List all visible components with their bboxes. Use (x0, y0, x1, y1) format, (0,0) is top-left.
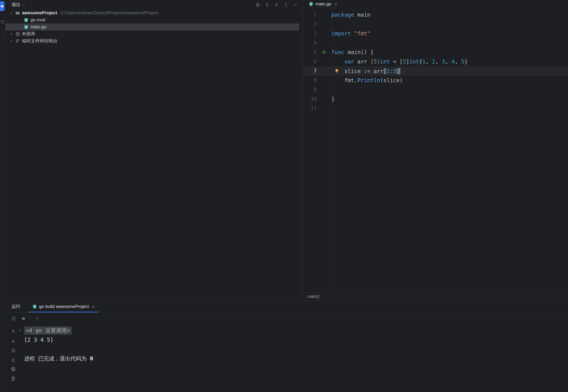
console-text[interactable]: <4 go 设置调用> (24, 326, 72, 335)
collapse-all-button[interactable] (273, 2, 279, 8)
more-tool-windows-icon[interactable] (0, 33, 5, 37)
breadcrumbs-bar: main() (303, 293, 568, 300)
line-number[interactable]: 2 (303, 21, 317, 27)
line-number[interactable]: 10 (303, 96, 317, 102)
library-icon (15, 32, 20, 37)
console-line-4: 进程 已完成，退出代码为 0 (24, 354, 93, 363)
run-console-area: <4 go 设置调用>[2 3 4 5]进程 已完成，退出代码为 0 (5, 324, 568, 392)
line-number[interactable]: 3 (303, 31, 317, 36)
tree-item-label: awesomeProject (22, 10, 57, 15)
folder-icon (15, 11, 20, 15)
go-file-icon (32, 304, 37, 309)
go-file-icon (24, 18, 28, 23)
code-text: var arr [5]int = [5]int{1, 2, 3, 4, 5} (331, 58, 468, 65)
tree-item-external-libraries[interactable]: 外部库 (5, 30, 299, 38)
console-text: [2 3 4 5] (24, 337, 53, 343)
code-text: } (331, 96, 335, 102)
chevron-right-icon[interactable] (10, 32, 13, 36)
code-text: import "fmt" (331, 30, 370, 37)
editor-tab-bar: main.go × (303, 0, 568, 8)
editor-body[interactable]: 1package main23import "fmt"45func main()… (303, 8, 568, 293)
more-options-button[interactable] (283, 2, 289, 8)
select-opened-file-button[interactable] (255, 2, 261, 8)
expand-all-button[interactable] (264, 2, 270, 8)
hide-panel-button[interactable] (292, 2, 298, 8)
line-number[interactable]: 11 (303, 106, 317, 111)
chevron-down-icon[interactable] (10, 11, 13, 15)
project-tool-window-button[interactable] (0, 1, 4, 11)
run-toolbar (5, 313, 568, 324)
code-line-3[interactable]: 3import "fmt" (303, 29, 568, 38)
editor-tab-label: main.go (315, 1, 331, 7)
text-caret (400, 68, 400, 74)
print-button[interactable] (10, 366, 16, 372)
code-text: func main() { (331, 49, 374, 55)
code-line-6[interactable]: 6 var arr [5]int = [5]int{1, 2, 3, 4, 5} (303, 57, 568, 66)
project-panel: 项目 awesomeProjectC:\Users\meowr\GolandPr… (5, 0, 303, 300)
line-number[interactable]: 5 (303, 49, 317, 55)
tool-window-stripe (0, 0, 5, 392)
code-line-8[interactable]: 8 fmt.Println(slice) (303, 76, 568, 85)
run-panel-header: 运行 go build awesomeProject × (5, 301, 568, 313)
go-file-icon (309, 1, 313, 6)
code-text: package main (331, 12, 370, 18)
code-text: fmt.Println(slice) (331, 77, 403, 83)
line-number[interactable]: 7 (303, 68, 317, 74)
code-line-5[interactable]: 5func main() { (303, 48, 568, 57)
scratch-icon (15, 39, 20, 43)
code-line-9[interactable]: 9 (303, 85, 568, 94)
intention-bulb-icon[interactable] (334, 68, 340, 74)
console-line-1: <4 go 设置调用> (24, 326, 93, 335)
project-panel-title[interactable]: 项目 (12, 2, 26, 8)
line-number[interactable]: 4 (303, 40, 317, 46)
more-options-button[interactable] (34, 316, 40, 322)
console-output[interactable]: <4 go 设置调用>[2 3 4 5]进程 已完成，退出代码为 0 (24, 326, 93, 363)
console-line-3 (24, 344, 93, 354)
tree-item-label: go.mod (30, 17, 45, 23)
run-tab-go-build[interactable]: go build awesomeProject × (28, 301, 99, 312)
tree-item-scratches-and-consoles[interactable]: 临时文件和控制台 (5, 38, 299, 44)
code-line-1[interactable]: 1package main (303, 10, 568, 19)
console-toolbar (10, 329, 16, 381)
code-line-10[interactable]: 10} (303, 94, 568, 104)
tree-item-main-go[interactable]: main.go (5, 23, 299, 30)
stop-button[interactable] (20, 316, 27, 322)
line-number[interactable]: 1 (303, 12, 317, 18)
soft-wrap-button[interactable] (10, 347, 16, 353)
gutter (317, 50, 331, 55)
close-tab-icon[interactable]: × (92, 304, 95, 309)
line-number[interactable]: 6 (303, 59, 317, 64)
run-gutter-icon[interactable] (322, 50, 327, 55)
code-line-11[interactable]: 11 (303, 104, 568, 113)
toolbar-divider (30, 316, 30, 322)
run-panel-title[interactable]: 运行 (12, 301, 20, 312)
clear-all-button[interactable] (10, 375, 16, 381)
next-occurrence-button[interactable] (10, 338, 16, 344)
tree-item-label: 外部库 (22, 31, 35, 37)
scroll-to-end-button[interactable] (10, 357, 16, 363)
tree-item-awesomeProject[interactable]: awesomeProjectC:\Users\meowr\GolandProje… (5, 9, 299, 16)
go-file-icon (24, 25, 28, 29)
code-line-4[interactable]: 4 (303, 38, 568, 48)
tree-item-path: C:\Users\meowr\GolandProjects\awesomePro… (60, 10, 158, 15)
close-tab-icon[interactable]: × (334, 1, 337, 6)
active-tab-underline (28, 312, 99, 312)
editor-tab-main-go[interactable]: main.go × (305, 0, 341, 8)
editor-area: main.go × 1package main23import "fmt"45f… (303, 0, 568, 300)
line-number[interactable]: 8 (303, 78, 317, 83)
console-line-2: [2 3 4 5] (24, 335, 93, 344)
prev-occurrence-button[interactable] (10, 329, 16, 335)
chevron-right-icon[interactable] (10, 39, 13, 43)
line-number[interactable]: 9 (303, 87, 317, 93)
code-line-2[interactable]: 2 (303, 19, 568, 29)
code-text: slice := arr[1:5] (331, 68, 400, 74)
breadcrumb-main[interactable]: main() (308, 294, 319, 299)
tree-item-label: main.go (30, 24, 46, 29)
tree-item-go-mod[interactable]: go.mod (5, 16, 299, 23)
tree-item-label: 临时文件和控制台 (22, 38, 58, 44)
tool-window-button-icon[interactable] (0, 20, 5, 24)
code-line-7[interactable]: 7 slice := arr[1:5] (303, 66, 568, 76)
fold-expand-icon[interactable] (18, 328, 23, 333)
code-lines: 1package main23import "fmt"45func main()… (303, 10, 568, 113)
rerun-button[interactable] (11, 316, 17, 322)
